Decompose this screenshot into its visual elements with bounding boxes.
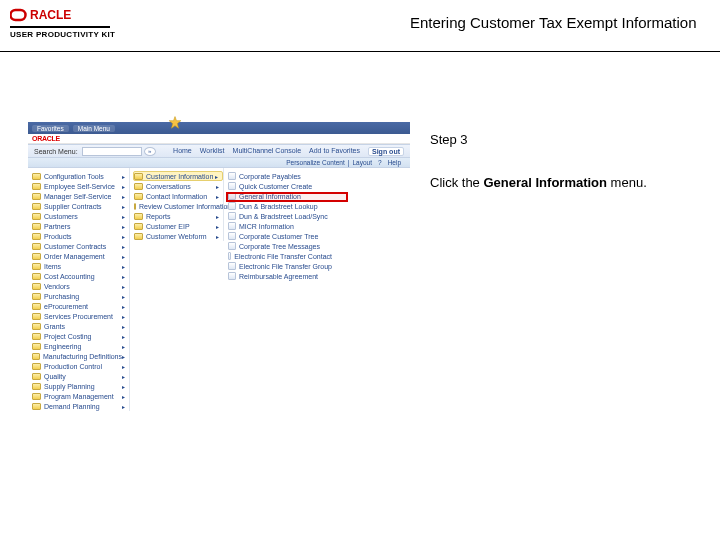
link-add-favorites[interactable]: Add to Favorites <box>309 147 360 156</box>
menu-item[interactable]: Dun & Bradstreet Lookup <box>228 201 336 211</box>
chevron-right-icon: ▸ <box>122 363 125 370</box>
menu-item[interactable]: Customers▸ <box>32 211 129 221</box>
folder-icon <box>32 323 41 330</box>
folder-icon <box>32 353 40 360</box>
menu-item[interactable]: Items▸ <box>32 261 129 271</box>
menu-item[interactable]: Reimbursable Agreement <box>228 271 336 281</box>
menu-item[interactable]: Production Control▸ <box>32 361 129 371</box>
menu-item[interactable]: Quick Customer Create <box>228 181 336 191</box>
menu-item-label: Corporate Customer Tree <box>239 233 318 240</box>
menu-item-label: Manager Self-Service <box>44 193 111 200</box>
star-badge-icon <box>168 116 182 130</box>
header-links: Home Worklist MultiChannel Console Add t… <box>173 147 404 156</box>
menu-item[interactable]: Program Management▸ <box>32 391 129 401</box>
folder-icon <box>32 393 41 400</box>
menu-item[interactable]: Manufacturing Definitions▸ <box>32 351 129 361</box>
tab-favorites[interactable]: Favorites <box>32 125 69 132</box>
chevron-right-icon: ▸ <box>122 273 125 280</box>
chevron-right-icon: ▸ <box>122 253 125 260</box>
menu-item[interactable]: Corporate Payables <box>228 171 336 181</box>
search-go-button[interactable]: » <box>144 147 156 156</box>
menu-item-label: Project Costing <box>44 333 91 340</box>
menu-item-label: Electronic File Transfer Contact <box>234 253 332 260</box>
search-input[interactable] <box>82 147 142 156</box>
menu-item[interactable]: Products▸ <box>32 231 129 241</box>
menu-item[interactable]: Reports▸ <box>134 211 223 221</box>
chevron-right-icon: ▸ <box>122 343 125 350</box>
crumb-layout[interactable]: Layout <box>352 159 372 166</box>
folder-icon <box>32 343 41 350</box>
folder-icon <box>134 233 143 240</box>
menu-item[interactable]: Demand Planning▸ <box>32 401 129 411</box>
menu-item[interactable]: Electronic File Transfer Contact <box>228 251 336 261</box>
menu-item[interactable]: Contact Information▸ <box>134 191 223 201</box>
menu-item[interactable]: Corporate Tree Messages <box>228 241 336 251</box>
mini-oracle-logo: ORACLE <box>32 135 60 142</box>
menu-item[interactable]: Customer EIP▸ <box>134 221 223 231</box>
menu-item-label: Vendors <box>44 283 70 290</box>
tab-main-menu[interactable]: Main Menu <box>73 125 115 132</box>
menu-item[interactable]: Configuration Tools▸ <box>32 171 129 181</box>
menu-item[interactable]: Corporate Customer Tree <box>228 231 336 241</box>
menu-item[interactable]: Supply Planning▸ <box>32 381 129 391</box>
menu-item[interactable]: Employee Self-Service▸ <box>32 181 129 191</box>
instruction-target: General Information <box>483 175 607 190</box>
file-icon <box>228 172 236 180</box>
menu-item[interactable]: Purchasing▸ <box>32 291 129 301</box>
menu-item[interactable]: Customer Webform▸ <box>134 231 223 241</box>
menu-item[interactable]: Conversations▸ <box>134 181 223 191</box>
menu-item-label: Products <box>44 233 72 240</box>
crumb-info-icon[interactable]: ? <box>378 159 382 166</box>
menu-item[interactable]: MICR Information <box>228 221 336 231</box>
menu-item-label: Dun & Bradstreet Load/Sync <box>239 213 328 220</box>
menu-item[interactable]: Grants▸ <box>32 321 129 331</box>
link-multichannel[interactable]: MultiChannel Console <box>233 147 301 156</box>
menu-item[interactable]: Dun & Bradstreet Load/Sync <box>228 211 336 221</box>
menu-item[interactable]: Electronic File Transfer Group <box>228 261 336 271</box>
folder-icon <box>32 273 41 280</box>
svg-rect-0 <box>11 10 26 20</box>
menu-item[interactable]: Quality▸ <box>32 371 129 381</box>
menu-item[interactable]: Services Procurement▸ <box>32 311 129 321</box>
menu-item[interactable]: Customer Information▸ <box>133 171 223 181</box>
folder-icon <box>134 193 143 200</box>
menu-item[interactable]: eProcurement▸ <box>32 301 129 311</box>
chevron-right-icon: ▸ <box>216 223 219 230</box>
menu-item[interactable]: Review Customer Information▸ <box>134 201 223 211</box>
chevron-right-icon: ▸ <box>122 393 125 400</box>
chevron-right-icon: ▸ <box>122 173 125 180</box>
folder-icon <box>32 373 41 380</box>
menu-item[interactable]: Engineering▸ <box>32 341 129 351</box>
menu-item-label: Order Management <box>44 253 105 260</box>
folder-icon <box>32 263 41 270</box>
menu-item[interactable]: Project Costing▸ <box>32 331 129 341</box>
highlight-general-information[interactable] <box>226 192 348 202</box>
upk-label: USER PRODUCTIVITY KIT <box>10 30 115 39</box>
menu-item[interactable]: Manager Self-Service▸ <box>32 191 129 201</box>
menu-item-label: Cost Accounting <box>44 273 95 280</box>
search-label: Search Menu: <box>34 148 78 155</box>
brand-bar: ORACLE <box>28 134 410 144</box>
link-home[interactable]: Home <box>173 147 192 156</box>
menu-item-label: Customer Contracts <box>44 243 106 250</box>
menu-item[interactable]: Customer Contracts▸ <box>32 241 129 251</box>
signout-button[interactable]: Sign out <box>368 147 404 156</box>
breadcrumb: Personalize Content | Layout ? Help <box>28 158 410 168</box>
menu-item[interactable]: Supplier Contracts▸ <box>32 201 129 211</box>
menu-item[interactable]: Cost Accounting▸ <box>32 271 129 281</box>
menu-item[interactable]: Vendors▸ <box>32 281 129 291</box>
menu-item-label: Supplier Contracts <box>44 203 102 210</box>
folder-icon <box>32 243 41 250</box>
folder-icon <box>32 233 41 240</box>
menu-item[interactable]: Order Management▸ <box>32 251 129 261</box>
logo-underline <box>10 26 110 28</box>
menu-item-label: Production Control <box>44 363 102 370</box>
menu-item[interactable]: Partners▸ <box>32 221 129 231</box>
menu-item-label: Electronic File Transfer Group <box>239 263 332 270</box>
crumb-personalize[interactable]: Personalize Content <box>286 159 345 166</box>
link-worklist[interactable]: Worklist <box>200 147 225 156</box>
file-icon <box>228 252 231 260</box>
crumb-help[interactable]: Help <box>388 159 401 166</box>
menu-item-label: Engineering <box>44 343 81 350</box>
menu-item-label: MICR Information <box>239 223 294 230</box>
